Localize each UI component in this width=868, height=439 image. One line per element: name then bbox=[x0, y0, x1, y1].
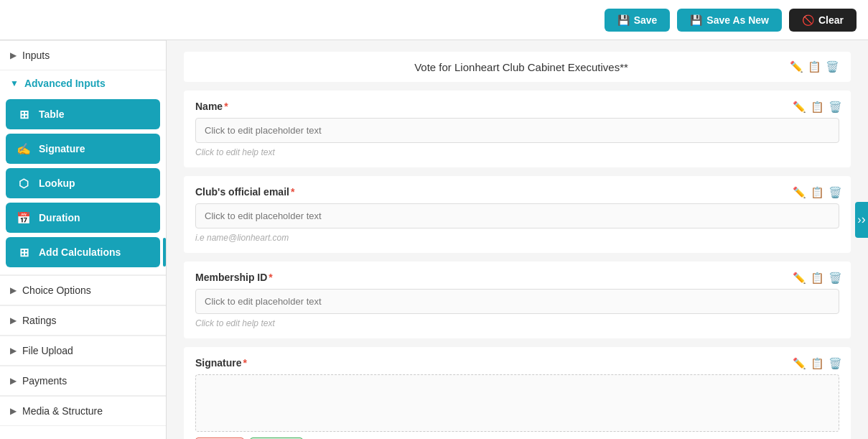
field-membership-id-input[interactable] bbox=[195, 289, 839, 314]
signature-canvas[interactable] bbox=[195, 374, 839, 432]
chevron-right-icon-fu: ▶ bbox=[10, 346, 17, 356]
save-as-new-button[interactable]: 💾 Save As New bbox=[677, 9, 782, 32]
main-layout: ▶ Inputs ▼ Advanced Inputs ⊞ Table ✍ Sig… bbox=[0, 40, 868, 439]
field-name-help: Click to edit help text bbox=[195, 147, 839, 157]
clear-icon: 🚫 bbox=[802, 14, 814, 26]
chevron-right-icon: ▶ bbox=[10, 50, 17, 60]
sidebar-items-list: ⊞ Table ✍ Signature ⬡ Lookup 📅 Duration … bbox=[0, 96, 166, 274]
email-delete-button[interactable]: 🗑️ bbox=[829, 186, 842, 199]
chevron-right-icon-co: ▶ bbox=[10, 285, 17, 295]
content-area: Vote for Lionheart Club Cabinet Executiv… bbox=[167, 40, 868, 439]
scroll-hint[interactable]: › bbox=[855, 202, 868, 238]
chevron-right-icon-pa: ▶ bbox=[10, 376, 17, 386]
chevron-down-icon: ▼ bbox=[10, 78, 19, 88]
membership-id-delete-button[interactable]: 🗑️ bbox=[829, 272, 842, 285]
sidebar-item-media-structure[interactable]: ▶ Media & Structure bbox=[0, 396, 166, 425]
field-name-label: Name* bbox=[195, 101, 839, 112]
sidebar-item-choice-options[interactable]: ▶ Choice Options bbox=[0, 275, 166, 305]
field-signature: Signature* Reset Accept ✏️ 📋 🗑️ bbox=[184, 347, 851, 439]
field-signature-label: Signature* bbox=[195, 357, 839, 369]
name-copy-button[interactable]: 📋 bbox=[811, 101, 824, 114]
field-name-input[interactable] bbox=[195, 118, 839, 143]
field-email-label: Club's official email* bbox=[195, 186, 839, 198]
email-edit-button[interactable]: ✏️ bbox=[793, 186, 806, 199]
table-icon: ⊞ bbox=[16, 106, 32, 122]
sidebar-item-add-calculations[interactable]: ⊞ Add Calculations bbox=[6, 237, 160, 267]
membership-id-edit-button[interactable]: ✏️ bbox=[793, 272, 806, 285]
save-as-new-icon: 💾 bbox=[690, 14, 702, 26]
field-email-actions: ✏️ 📋 🗑️ bbox=[793, 186, 842, 199]
name-edit-button[interactable]: ✏️ bbox=[793, 101, 806, 114]
sidebar-item-table[interactable]: ⊞ Table bbox=[6, 99, 160, 129]
clear-button[interactable]: 🚫 Clear bbox=[789, 9, 857, 32]
form-copy-button[interactable]: 📋 bbox=[808, 60, 821, 73]
signature-edit-button[interactable]: ✏️ bbox=[793, 357, 806, 370]
scroll-chevron-icon: › bbox=[857, 213, 861, 226]
duration-icon: 📅 bbox=[16, 210, 32, 226]
field-membership-id-label: Membership ID* bbox=[195, 272, 839, 283]
sidebar-item-ratings[interactable]: ▶ Ratings bbox=[0, 305, 166, 335]
sidebar-item-duration[interactable]: 📅 Duration bbox=[6, 203, 160, 233]
sidebar-item-payments[interactable]: ▶ Payments bbox=[0, 366, 166, 395]
field-name-actions: ✏️ 📋 🗑️ bbox=[793, 101, 842, 114]
add-calculations-icon: ⊞ bbox=[16, 244, 32, 260]
field-email-help: i.e name@lionheart.com bbox=[195, 233, 839, 243]
name-delete-button[interactable]: 🗑️ bbox=[829, 101, 842, 114]
sidebar-item-file-upload[interactable]: ▶ File Upload bbox=[0, 336, 166, 365]
field-email-input[interactable] bbox=[195, 203, 839, 228]
sidebar-item-inputs[interactable]: ▶ Inputs bbox=[0, 40, 166, 70]
field-name: Name* Click to edit help text ✏️ 📋 🗑️ bbox=[184, 91, 851, 167]
save-icon: 💾 bbox=[617, 14, 630, 26]
email-copy-button[interactable]: 📋 bbox=[811, 186, 824, 199]
form-edit-button[interactable]: ✏️ bbox=[790, 60, 803, 73]
field-email: Club's official email* i.e name@lionhear… bbox=[184, 176, 851, 253]
signature-delete-button[interactable]: 🗑️ bbox=[829, 357, 842, 370]
field-membership-id: Membership ID* Click to edit help text ✏… bbox=[184, 262, 851, 338]
membership-id-copy-button[interactable]: 📋 bbox=[811, 272, 824, 285]
lookup-icon: ⬡ bbox=[16, 175, 32, 191]
sidebar-item-lookup[interactable]: ⬡ Lookup bbox=[6, 168, 160, 198]
form-title: Vote for Lionheart Club Cabinet Executiv… bbox=[253, 61, 790, 73]
field-signature-actions: ✏️ 📋 🗑️ bbox=[793, 357, 842, 370]
signature-icon: ✍ bbox=[16, 141, 32, 157]
signature-copy-button[interactable]: 📋 bbox=[811, 357, 824, 370]
form-header-actions: ✏️ 📋 🗑️ bbox=[790, 60, 839, 73]
form-header: Vote for Lionheart Club Cabinet Executiv… bbox=[184, 52, 851, 82]
chevron-right-icon-ra: ▶ bbox=[10, 315, 17, 325]
save-button[interactable]: 💾 Save bbox=[605, 9, 671, 32]
sidebar-section-advanced-inputs[interactable]: ▼ Advanced Inputs bbox=[0, 70, 166, 96]
sidebar: ▶ Inputs ▼ Advanced Inputs ⊞ Table ✍ Sig… bbox=[0, 40, 167, 439]
form-delete-button[interactable]: 🗑️ bbox=[826, 60, 839, 73]
top-bar: 💾 Save 💾 Save As New 🚫 Clear bbox=[0, 0, 868, 40]
field-membership-id-actions: ✏️ 📋 🗑️ bbox=[793, 272, 842, 285]
chevron-right-icon-ms: ▶ bbox=[10, 406, 17, 416]
field-membership-id-help: Click to edit help text bbox=[195, 318, 839, 328]
sidebar-item-signature[interactable]: ✍ Signature bbox=[6, 134, 160, 164]
